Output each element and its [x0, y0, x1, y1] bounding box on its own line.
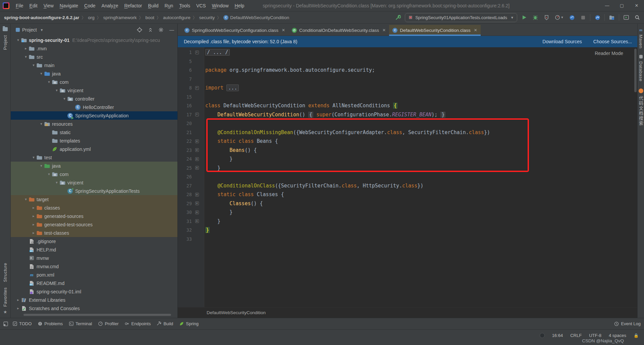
- toolwindow-tab-database[interactable]: Database: [638, 61, 643, 81]
- fold-up-icon[interactable]: ∧: [195, 219, 199, 223]
- menu-vcs[interactable]: VCS: [193, 0, 209, 11]
- chevron-right-icon[interactable]: ▸: [15, 298, 21, 302]
- fold-down-icon[interactable]: ∨: [195, 148, 199, 152]
- toolwindow-tab-favorites[interactable]: Favorites: [3, 287, 8, 307]
- editor-tab-springbootwebsecurityconfiguration-class[interactable]: CSpringBootWebSecurityConfiguration.clas…: [181, 25, 288, 36]
- minimize-button[interactable]: —: [600, 0, 614, 11]
- menu-navigate[interactable]: Navigate: [57, 0, 81, 11]
- menu-run[interactable]: Run: [162, 0, 176, 11]
- menu-view[interactable]: View: [41, 0, 57, 11]
- profiler-home-icon[interactable]: [593, 13, 601, 21]
- toolwindow-button-profiler[interactable]: Profiler: [95, 318, 121, 330]
- fold-plus-icon[interactable]: +: [195, 51, 199, 54]
- toolwindow-button-spring[interactable]: Spring: [176, 318, 202, 330]
- fold-down-icon[interactable]: ∨: [195, 202, 199, 205]
- chevron-down-icon[interactable]: ▾: [23, 55, 29, 59]
- tree-item-spring-security-01-iml[interactable]: spring-security-01.iml: [11, 287, 177, 296]
- toolwindow-tab-plugin[interactable]: 代码文档搜索: [638, 96, 644, 126]
- vertical-scrollbar[interactable]: [634, 49, 637, 92]
- tree-item-pom-xml[interactable]: mpom.xml: [11, 271, 177, 279]
- tree-item-readme-md[interactable]: MDREADME.md: [11, 279, 177, 287]
- tree-item-static[interactable]: static: [11, 128, 177, 136]
- horizontal-scrollbar[interactable]: [23, 314, 171, 316]
- chevron-down-icon[interactable]: ▾: [39, 164, 44, 168]
- caret-position[interactable]: 16:64: [552, 333, 563, 338]
- tree-item--gitignore[interactable]: .gitignore: [11, 237, 177, 245]
- chevron-right-icon[interactable]: ▸: [31, 206, 36, 210]
- maximize-button[interactable]: ▢: [614, 0, 629, 11]
- editor-tab-defaultwebsecuritycondition-class[interactable]: CDefaultWebSecurityCondition.class✕: [389, 25, 481, 36]
- tree-item-mvnw[interactable]: mvnw: [11, 254, 177, 262]
- chevron-down-icon[interactable]: ▾: [46, 172, 52, 176]
- menu-build[interactable]: Build: [145, 0, 161, 11]
- breadcrumb-item[interactable]: boot: [146, 15, 154, 20]
- toolwindow-tab-maven[interactable]: Maven: [638, 35, 643, 49]
- breadcrumb-item[interactable]: spring-boot-autoconfigure-2.6.2.jar: [4, 15, 79, 20]
- build-wrench-icon[interactable]: [394, 13, 402, 21]
- tree-item--mvn[interactable]: ▸.mvn: [11, 44, 177, 53]
- tree-item-main[interactable]: ▾main: [11, 61, 177, 69]
- chevron-right-icon[interactable]: ▸: [31, 222, 36, 227]
- fold-up-icon[interactable]: ∧: [195, 211, 199, 214]
- locate-file-icon[interactable]: [137, 27, 143, 33]
- toolwindow-button-terminal[interactable]: Terminal: [66, 318, 95, 330]
- tree-item-help-md[interactable]: MDHELP.md: [11, 245, 177, 254]
- toolwindow-button-build[interactable]: Build: [154, 318, 176, 330]
- close-icon[interactable]: ✕: [282, 28, 285, 33]
- choose-sources-link[interactable]: Choose Sources...: [593, 39, 632, 44]
- editor-tab-conditionalondefaultwebsecurity-class[interactable]: @ConditionalOnDefaultWebSecurity.class✕: [288, 25, 389, 36]
- chevron-right-icon[interactable]: ▸: [31, 214, 36, 218]
- toolwindow-tab-project[interactable]: Project: [3, 35, 8, 50]
- tree-item-java[interactable]: ▾java: [11, 69, 177, 78]
- line-ending-indicator[interactable]: CRLF: [570, 333, 582, 338]
- menu-analyze[interactable]: Analyze: [99, 0, 121, 11]
- breadcrumb-item[interactable]: springframework: [103, 15, 137, 20]
- close-icon[interactable]: ✕: [474, 28, 477, 33]
- tree-item-mvnw-cmd[interactable]: mvnw.cmd: [11, 262, 177, 271]
- chevron-right-icon[interactable]: ▸: [23, 46, 29, 51]
- chevron-down-icon[interactable]: ▾: [15, 38, 21, 42]
- run-with-coverage-button[interactable]: [542, 13, 550, 21]
- code-editor[interactable]: 1+5678+151617+202122∨23∨24∧25∧262728∨29∨…: [178, 47, 637, 307]
- tree-item-controller[interactable]: ▾controller: [11, 95, 177, 103]
- tree-item-generated-sources[interactable]: ▸generated-sources: [11, 212, 177, 220]
- tree-item-classes[interactable]: ▸classes: [11, 204, 177, 212]
- chevron-right-icon[interactable]: ▸: [31, 231, 36, 235]
- event-log-button[interactable]: Event Log: [621, 321, 641, 326]
- tree-item-src[interactable]: ▾src: [11, 53, 177, 61]
- run-button[interactable]: [520, 13, 528, 21]
- chevron-right-icon[interactable]: ▸: [15, 306, 21, 310]
- menu-file[interactable]: File: [13, 0, 26, 11]
- tree-item-templates[interactable]: templates: [11, 136, 177, 145]
- tree-item-test[interactable]: ▾test: [11, 153, 177, 162]
- chevron-down-icon[interactable]: ▾: [62, 97, 67, 101]
- chevron-down-icon[interactable]: ▾: [46, 80, 52, 84]
- tree-item-vinjcent[interactable]: ▾vinjcent: [11, 86, 177, 95]
- tree-item-com[interactable]: ▾com: [11, 170, 177, 178]
- fold-plus-icon[interactable]: +: [195, 86, 199, 90]
- menu-help[interactable]: Help: [232, 0, 248, 11]
- menu-code[interactable]: Code: [81, 0, 98, 11]
- breadcrumb-item[interactable]: org: [88, 15, 95, 20]
- debug-button[interactable]: [531, 13, 539, 21]
- run-anything-icon[interactable]: [622, 13, 630, 21]
- collapse-all-icon[interactable]: [147, 27, 153, 33]
- toolwindow-button-endpoints[interactable]: Endpoints: [122, 318, 154, 330]
- code-content[interactable]: / ... /package org.springframework.boot.…: [204, 47, 637, 307]
- toolwindow-button-todo[interactable]: TODO: [9, 318, 35, 330]
- fold-down-icon[interactable]: ∨: [195, 139, 199, 143]
- tree-item-spring-security-01[interactable]: ▾spring-security-01E:\IdeaProjects\sprin…: [11, 36, 177, 44]
- tree-item-java[interactable]: ▾java: [11, 162, 177, 170]
- fold-plus-icon[interactable]: +: [195, 113, 199, 116]
- readonly-lock-icon[interactable]: 🔒: [634, 333, 639, 338]
- run-configuration-select[interactable]: SpringSecurity01ApplicationTests.context…: [405, 13, 517, 22]
- toolwindow-switcher-icon[interactable]: [3, 322, 8, 326]
- project-toolwindow-icon[interactable]: [3, 27, 8, 31]
- chevron-down-icon[interactable]: ▾: [54, 88, 59, 93]
- tree-item-springsecurityapplicationtests[interactable]: C▲SpringSecurityApplicationTests: [11, 187, 177, 195]
- project-view-selector[interactable]: Project ▼: [15, 27, 43, 33]
- download-sources-link[interactable]: Download Sources: [542, 39, 582, 44]
- tree-item-hellocontroller[interactable]: CHelloController: [11, 103, 177, 111]
- chevron-down-icon[interactable]: ▾: [31, 63, 36, 67]
- plugin-orange-icon[interactable]: [639, 89, 643, 93]
